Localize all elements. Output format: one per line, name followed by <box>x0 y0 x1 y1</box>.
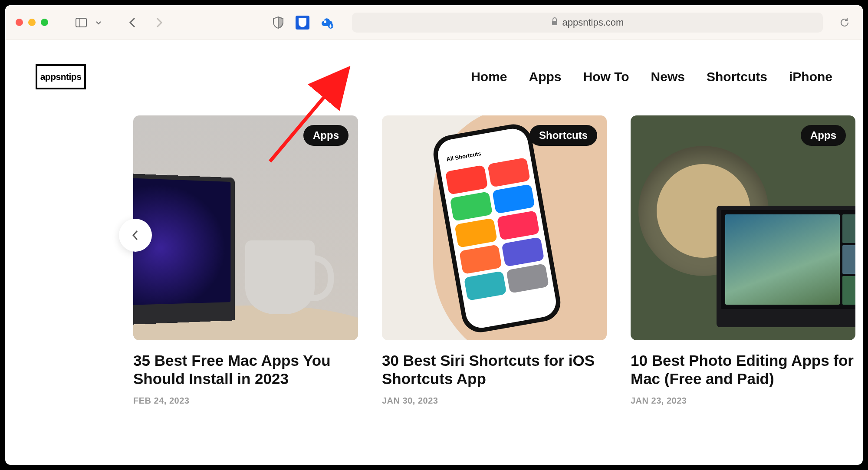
browser-toolbar: appsntips.com <box>5 5 863 40</box>
cloud-plus-icon <box>319 16 334 29</box>
card-date: JAN 30, 2023 <box>382 396 607 406</box>
nav-link-news[interactable]: News <box>651 69 685 84</box>
card-image: Apps <box>133 115 358 340</box>
nav-link-apps[interactable]: Apps <box>529 69 562 84</box>
reload-button[interactable] <box>837 15 852 30</box>
card-title: 35 Best Free Mac Apps You Should Install… <box>133 352 358 388</box>
bitwarden-extension-button[interactable] <box>296 16 309 30</box>
lock-icon <box>551 17 558 28</box>
fullscreen-window-button[interactable] <box>41 19 48 26</box>
site-header: appsntips Home Apps How To News Shortcut… <box>23 40 845 115</box>
featured-carousel: Apps 35 Best Free Mac Apps You Should In… <box>23 115 845 406</box>
card-image: All Shortcuts Shortcuts <box>382 115 607 340</box>
svg-rect-4 <box>552 21 557 25</box>
svg-point-2 <box>324 20 326 23</box>
web-page-content: appsntips Home Apps How To News Shortcut… <box>5 40 863 465</box>
minimize-window-button[interactable] <box>28 19 36 26</box>
site-nav: Home Apps How To News Shortcuts iPhone <box>471 69 832 84</box>
cloud-save-extension-button[interactable] <box>319 15 335 30</box>
bitwarden-icon <box>298 18 307 27</box>
card-category-badge[interactable]: Apps <box>303 125 349 146</box>
back-button[interactable] <box>125 15 140 30</box>
featured-card[interactable]: Apps 35 Best Free Mac Apps You Should In… <box>133 115 358 406</box>
safari-window: appsntips.com appsntips Home Apps <box>5 5 863 465</box>
chevron-right-icon <box>155 16 163 29</box>
chevron-left-icon <box>128 16 136 29</box>
nav-link-home[interactable]: Home <box>471 69 507 84</box>
sidebar-toggle-button[interactable] <box>73 15 89 30</box>
reload-icon <box>839 17 850 28</box>
svg-rect-0 <box>76 18 86 27</box>
card-image: Apps <box>631 115 855 340</box>
card-title: 30 Best Siri Shortcuts for iOS Shortcuts… <box>382 352 607 388</box>
address-bar-url: appsntips.com <box>562 17 624 28</box>
site-logo-text: appsntips <box>40 72 82 82</box>
featured-card[interactable]: Apps 10 Best Photo Editing Apps for Mac … <box>631 115 855 406</box>
chevron-left-icon <box>132 230 139 241</box>
card-category-badge[interactable]: Shortcuts <box>529 125 597 146</box>
navigation-arrows <box>125 15 167 30</box>
privacy-shield-button[interactable] <box>270 15 286 30</box>
sidebar-toggle-group <box>73 15 106 30</box>
window-controls <box>16 19 48 26</box>
nav-link-shortcuts[interactable]: Shortcuts <box>707 69 767 84</box>
nav-link-howto[interactable]: How To <box>583 69 629 84</box>
toolbar-extension-icons <box>270 15 335 30</box>
card-date: JAN 23, 2023 <box>631 396 855 406</box>
card-title: 10 Best Photo Editing Apps for Mac (Free… <box>631 352 855 388</box>
card-category-badge[interactable]: Apps <box>801 125 846 146</box>
shield-icon <box>273 16 284 29</box>
close-window-button[interactable] <box>16 19 23 26</box>
card-date: FEB 24, 2023 <box>133 396 358 406</box>
sidebar-icon <box>76 18 87 27</box>
featured-card[interactable]: All Shortcuts Shortcuts 30 Best Si <box>382 115 607 406</box>
nav-link-iphone[interactable]: iPhone <box>789 69 832 84</box>
site-logo[interactable]: appsntips <box>36 64 86 89</box>
chevron-down-icon <box>95 20 102 25</box>
carousel-prev-button[interactable] <box>119 219 152 252</box>
forward-button[interactable] <box>151 15 167 30</box>
tab-group-dropdown[interactable] <box>91 15 106 30</box>
address-bar[interactable]: appsntips.com <box>352 13 823 33</box>
